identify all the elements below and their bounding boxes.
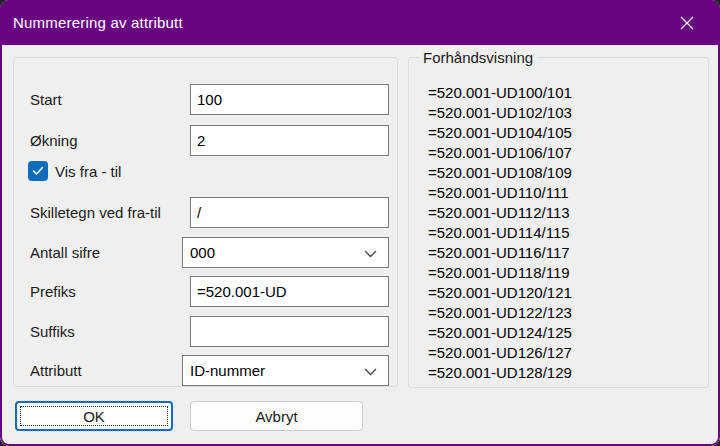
preview-item: =520.001-UD102/103 (428, 103, 698, 123)
suffiks-input[interactable] (190, 316, 389, 347)
attributt-label: Attributt (30, 355, 82, 386)
chevron-down-icon (364, 368, 377, 376)
preview-item: =520.001-UD120/121 (428, 283, 698, 303)
preview-item: =520.001-UD126/127 (428, 343, 698, 363)
preview-item: =520.001-UD104/105 (428, 123, 698, 143)
preview-item: =520.001-UD114/115 (428, 223, 698, 243)
title-bar[interactable]: Nummerering av attributt (0, 0, 720, 45)
vis-fra-til-label[interactable]: Vis fra - til (55, 161, 121, 181)
preview-item: =520.001-UD100/101 (428, 83, 698, 103)
start-input[interactable] (190, 84, 389, 115)
dialog-window: Nummerering av attributt Start Økning Vi… (0, 0, 720, 446)
preview-item: =520.001-UD110/111 (428, 183, 698, 203)
attributt-value: ID-nummer (190, 362, 265, 379)
preview-item: =520.001-UD128/129 (428, 363, 698, 383)
close-button[interactable] (664, 0, 710, 45)
preview-item: =520.001-UD106/107 (428, 143, 698, 163)
attributt-select[interactable]: ID-nummer (182, 355, 389, 386)
preview-item: =520.001-UD118/119 (428, 263, 698, 283)
cancel-button[interactable]: Avbryt (190, 401, 363, 431)
chevron-down-icon (364, 250, 377, 258)
prefiks-label: Prefiks (30, 276, 76, 307)
suffiks-label: Suffiks (30, 316, 75, 347)
skilletegn-input[interactable] (190, 197, 389, 228)
skilletegn-label: Skilletegn ved fra-til (30, 197, 161, 228)
preview-item: =520.001-UD108/109 (428, 163, 698, 183)
preview-item: =520.001-UD116/117 (428, 243, 698, 263)
antall-sifre-label: Antall sifre (30, 237, 100, 268)
antall-sifre-select[interactable]: 000 (182, 237, 389, 268)
okning-input[interactable] (190, 125, 389, 156)
antall-sifre-value: 000 (190, 244, 215, 261)
preview-item: =520.001-UD112/113 (428, 203, 698, 223)
vis-fra-til-checkbox[interactable] (28, 161, 48, 181)
preview-item: =520.001-UD124/125 (428, 323, 698, 343)
preview-list: =520.001-UD100/101=520.001-UD102/103=520… (428, 83, 698, 383)
preview-group-label: Forhåndsvisning (419, 49, 537, 66)
start-label: Start (30, 84, 62, 115)
ok-button[interactable]: OK (15, 401, 173, 431)
checkmark-icon (32, 166, 44, 176)
okning-label: Økning (30, 125, 78, 156)
close-icon (680, 16, 694, 30)
preview-item: =520.001-UD122/123 (428, 303, 698, 323)
window-title: Nummerering av attributt (13, 14, 183, 31)
prefiks-input[interactable] (190, 276, 389, 307)
